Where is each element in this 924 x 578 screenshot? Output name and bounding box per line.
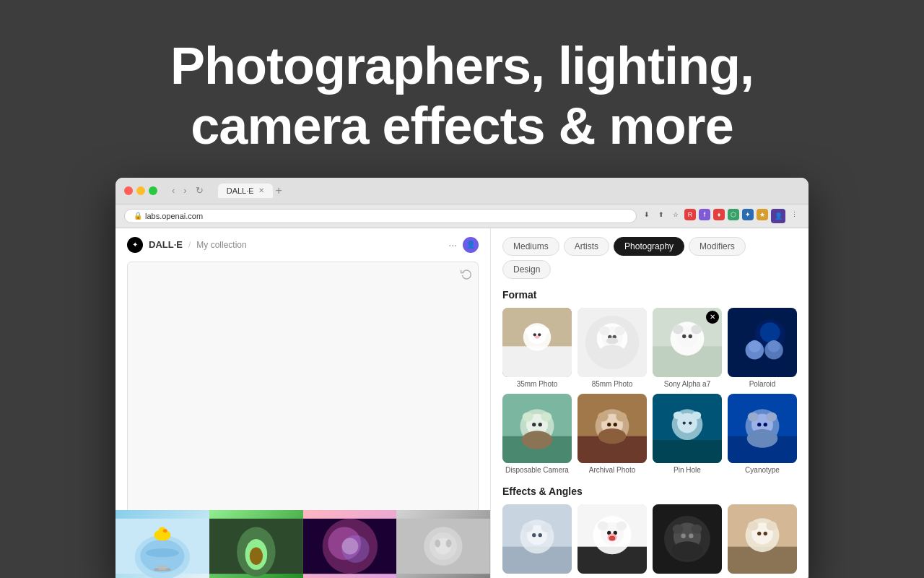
browser-chrome: ‹ › ↻ DALL·E ✕ +	[116, 178, 808, 204]
svg-point-91	[757, 423, 761, 426]
effects-img-1	[502, 504, 572, 574]
more-options-icon[interactable]: ···	[448, 239, 457, 251]
category-tabs: Mediums Artists Photography Modifiers De…	[502, 237, 797, 279]
selected-badge: ✕	[706, 311, 719, 324]
forward-button[interactable]: ›	[180, 184, 189, 197]
svg-point-99	[541, 522, 552, 532]
ext-4[interactable]: ⬡	[728, 209, 739, 220]
effects-svg-2	[578, 504, 647, 574]
format-item-pinhole[interactable]: Pin Hole	[653, 394, 722, 474]
ext-profile[interactable]: 👤	[771, 209, 785, 223]
browser-toolbar: 🔒 labs.openai.com ⬇ ⬆ ☆ R f ♦ ⬡ ✦ ★ 👤 ⋮	[116, 204, 808, 228]
svg-rect-5	[159, 565, 167, 569]
thumbnail-strip	[116, 510, 490, 578]
ext-5[interactable]: ✦	[742, 209, 754, 220]
new-tab-button[interactable]: +	[276, 184, 282, 197]
left-panel: ✦ DALL·E / My collection ··· 👤	[116, 228, 491, 578]
svg-point-62	[523, 412, 533, 421]
svg-point-65	[539, 423, 542, 426]
format-label-cyanotype: Cyanotype	[745, 466, 780, 474]
svg-point-47	[673, 324, 684, 334]
fishbowl-illustration	[116, 510, 209, 578]
effects-svg-1	[502, 504, 572, 574]
format-img-sony: ✕	[653, 308, 722, 377]
ext-6[interactable]: ★	[757, 209, 768, 220]
thumb-4[interactable]	[396, 510, 490, 578]
tab-mediums[interactable]: Mediums	[502, 237, 559, 256]
tab-artists[interactable]: Artists	[564, 237, 609, 256]
format-label-sony: Sony Alpha a7	[664, 380, 711, 388]
canvas-area	[127, 262, 479, 519]
format-img-35mm	[502, 308, 572, 377]
bear-archival-svg	[578, 394, 647, 463]
back-button[interactable]: ‹	[169, 184, 178, 197]
effects-grid	[502, 504, 797, 577]
svg-point-23	[446, 539, 452, 547]
svg-point-64	[532, 423, 536, 426]
more-icon[interactable]: ⋮	[788, 209, 800, 220]
svg-point-89	[748, 412, 759, 421]
tab-close-icon[interactable]: ✕	[258, 186, 264, 194]
effects-item-4[interactable]	[728, 504, 797, 577]
format-img-polaroid	[728, 308, 797, 377]
history-icon[interactable]	[461, 268, 472, 282]
thumb-3[interactable]	[303, 510, 397, 578]
url-bar[interactable]: 🔒 labs.openai.com	[124, 209, 637, 223]
bookmark-icon[interactable]: ☆	[670, 209, 681, 220]
svg-point-55	[749, 340, 761, 352]
effects-item-3[interactable]	[653, 504, 722, 577]
active-tab[interactable]: DALL·E ✕	[218, 184, 273, 198]
svg-point-126	[757, 531, 761, 535]
format-item-85mm[interactable]: 85mm Photo	[578, 308, 647, 388]
format-item-archival[interactable]: Archival Photo	[578, 394, 647, 474]
right-panel: Mediums Artists Photography Modifiers De…	[491, 228, 808, 578]
effects-img-3	[653, 504, 722, 574]
tab-modifiers[interactable]: Modifiers	[689, 237, 746, 256]
svg-point-83	[683, 421, 686, 424]
format-grid: 35mm Photo	[502, 308, 797, 474]
thumb-1[interactable]	[116, 510, 209, 578]
svg-point-127	[764, 531, 767, 535]
bear-cyanotype-svg	[728, 394, 797, 463]
svg-point-84	[689, 421, 692, 424]
share-icon[interactable]: ⬆	[655, 209, 667, 220]
bear-85mm-svg	[578, 308, 647, 377]
url-text: labs.openai.com	[145, 212, 203, 220]
svg-point-81	[674, 411, 683, 419]
svg-point-63	[541, 412, 552, 421]
hero-title: Photographers, lighting, camera effects …	[0, 36, 924, 156]
tab-design[interactable]: Design	[502, 260, 551, 279]
close-button[interactable]	[124, 186, 133, 195]
ext-2[interactable]: f	[699, 209, 710, 220]
svg-point-125	[766, 521, 777, 530]
app-name: DALL·E	[149, 239, 183, 250]
effects-item-1[interactable]	[502, 504, 572, 577]
tab-photography[interactable]: Photography	[614, 237, 684, 256]
ext-3[interactable]: ♦	[713, 209, 725, 220]
format-item-polaroid[interactable]: Polaroid	[728, 308, 797, 388]
minimize-button[interactable]	[136, 186, 145, 195]
reload-button[interactable]: ↻	[193, 184, 206, 197]
svg-point-66	[522, 431, 553, 449]
format-label-disposable: Disposable Camera	[505, 466, 569, 474]
format-item-disposable[interactable]: Disposable Camera	[502, 394, 572, 474]
bear-polaroid-svg	[728, 308, 797, 377]
thumb-2[interactable]	[209, 510, 303, 578]
svg-point-100	[532, 533, 536, 537]
collection-link[interactable]: My collection	[196, 240, 246, 250]
format-item-sony[interactable]: ✕ Sony Alpha a7	[653, 308, 722, 388]
svg-point-71	[598, 412, 609, 421]
nav-buttons: ‹ › ↻	[169, 184, 206, 197]
svg-point-111	[609, 535, 616, 540]
ext-1[interactable]: R	[684, 209, 696, 220]
svg-point-8	[163, 529, 167, 532]
format-item-cyanotype[interactable]: Cyanotype	[728, 394, 797, 474]
svg-point-90	[766, 412, 777, 421]
svg-point-119	[672, 541, 703, 560]
fullscreen-button[interactable]	[149, 186, 157, 195]
format-item-35mm[interactable]: 35mm Photo	[502, 308, 572, 388]
effects-item-2[interactable]	[578, 504, 647, 577]
hero-section: Photographers, lighting, camera effects …	[0, 0, 924, 178]
download-icon[interactable]: ⬇	[641, 209, 653, 220]
format-label-pinhole: Pin Hole	[674, 466, 701, 474]
